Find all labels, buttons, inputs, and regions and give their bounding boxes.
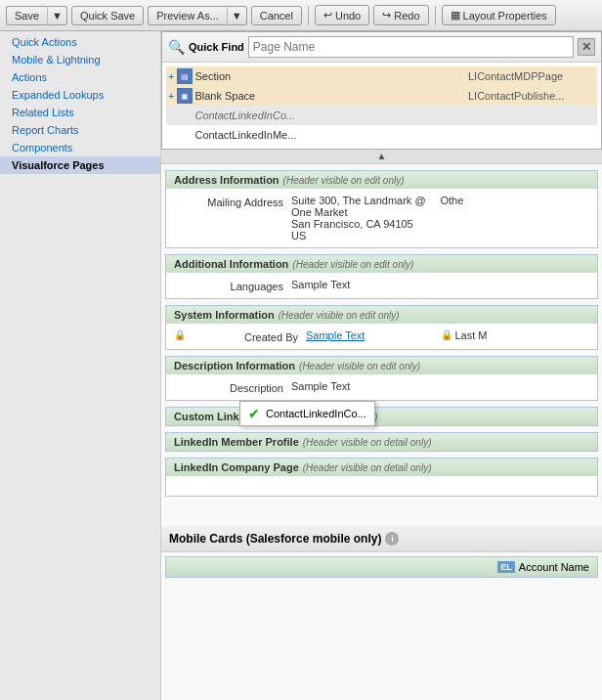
section-linkedin-member: LinkedIn Member Profile (Header visible … (165, 432, 598, 452)
sidebar-item-visualforce-pages[interactable]: Visualforce Pages (0, 156, 160, 174)
layout-properties-button[interactable]: ▦ Layout Properties (442, 5, 556, 25)
section-header-linkedin-member: LinkedIn Member Profile (Header visible … (166, 433, 597, 451)
quick-find-input[interactable] (248, 36, 574, 58)
quick-find-results: + ▤ Section LIContactMDPPage + ▣ Blank S… (162, 63, 601, 149)
field-value-created-by: Sample Text (306, 329, 441, 343)
content-area: 🔍 Quick Find ✕ + ▤ Section LIContactMDPP… (161, 31, 602, 700)
bottom-section: EL Account Name (165, 556, 598, 578)
section-address-information: Address Information (Header visible on e… (165, 170, 598, 248)
sidebar-item-actions[interactable]: Actions (0, 68, 160, 86)
account-name-text: Account Name (519, 561, 589, 573)
sidebar-item-expanded-lookups[interactable]: Expanded Lookups (0, 86, 160, 104)
result-row-blank-space[interactable]: + ▣ Blank Space LIContactPublishe... (166, 86, 597, 106)
section-title-system: System Information (174, 309, 275, 321)
section-title-linkedin-company: LinkedIn Company Page (174, 461, 299, 473)
field-value-languages: Sample Text (291, 279, 589, 292)
linkedin-company-body (166, 476, 597, 496)
sidebar-item-components[interactable]: Components (0, 139, 160, 156)
section-header-address: Address Information (Header visible on e… (166, 171, 597, 189)
section-description-information: Description Information (Header visible … (165, 356, 598, 401)
field-row-created-by: 🔒 Created By Sample Text 🔒 Last M (174, 329, 589, 343)
sidebar-item-related-lists[interactable]: Related Lists (0, 104, 160, 121)
separator (308, 6, 309, 25)
save-button-group: Save ▼ (6, 6, 67, 25)
section-title-additional: Additional Information (174, 258, 288, 270)
save-button[interactable]: Save (6, 6, 47, 25)
field-value-other: Othe (441, 195, 590, 241)
quick-find-label: Quick Find (189, 41, 244, 53)
field-row-mailing: Mailing Address Suite 300, The Landmark … (174, 195, 589, 241)
result-name-blank-space: Blank Space (194, 90, 466, 102)
sidebar: Quick Actions Mobile & Lightning Actions… (0, 31, 161, 700)
section-body-description: Description Sample Text (166, 374, 597, 400)
redo-button[interactable]: ↪ Redo (373, 5, 428, 25)
lock-icon-created: 🔒 (174, 329, 186, 343)
result-row-contact2[interactable]: + ▤ ContactLinkedInMe... (166, 125, 597, 145)
close-button[interactable]: ✕ (578, 38, 595, 56)
separator2 (435, 6, 436, 25)
section-header-additional: Additional Information (Header visible o… (166, 255, 597, 273)
main-layout: Quick Actions Mobile & Lightning Actions… (0, 31, 602, 700)
section-note-linkedin-member: (Header visible on detail only) (303, 437, 432, 448)
section-note-linkedin-company: (Header visible on detail only) (303, 462, 432, 473)
section-body-address: Mailing Address Suite 300, The Landmark … (166, 189, 597, 247)
result-name-contact1: ContactLinkedInCo... (194, 109, 466, 121)
cancel-button[interactable]: Cancel (251, 6, 302, 25)
result-row-contact1[interactable]: + ▤ ContactLinkedInCo... (166, 106, 597, 125)
section-body-additional: Languages Sample Text (166, 273, 597, 298)
magnifier-icon: 🔍 (168, 39, 185, 55)
result-row-section[interactable]: + ▤ Section LIContactMDPPage (166, 66, 597, 86)
section-title-custom-links: Custom Links (174, 411, 245, 422)
result-value-blank-space: LIContactPublishe... (468, 90, 595, 102)
quick-find-header: 🔍 Quick Find ✕ (162, 32, 601, 63)
mobile-cards-title: Mobile Cards (Salesforce mobile only) (169, 532, 381, 546)
result-name-contact2: ContactLinkedInMe... (194, 129, 466, 141)
preview-dropdown-arrow[interactable]: ▼ (227, 6, 247, 25)
sidebar-item-report-charts[interactable]: Report Charts (0, 121, 160, 139)
save-dropdown-arrow[interactable]: ▼ (47, 6, 67, 25)
section-note-additional: (Header visible on edit only) (292, 259, 413, 270)
undo-icon: ↩ (323, 9, 332, 22)
field-value-mailing: Suite 300, The Landmark @ One MarketSan … (291, 195, 441, 241)
section-note-description: (Header visible on edit only) (299, 361, 420, 372)
field-value-last-modified: Last M (455, 329, 590, 343)
redo-icon: ↪ (382, 9, 391, 22)
check-icon: ✔ (248, 406, 260, 421)
tooltip-text: ContactLinkedInCo... (266, 408, 366, 419)
scroll-arrow-icon: ▲ (377, 151, 387, 161)
mobile-cards-header: Mobile Cards (Salesforce mobile only) i (161, 526, 602, 552)
sidebar-top: Quick Actions Mobile & Lightning Actions… (0, 31, 160, 176)
quick-find-panel: 🔍 Quick Find ✕ + ▤ Section LIContactMDPP… (161, 31, 602, 150)
field-value-description: Sample Text (291, 380, 589, 394)
tooltip-contact: ✔ ContactLinkedInCo... (239, 401, 375, 426)
preview-button-group: Preview As... ▼ (148, 6, 246, 25)
toolbar: Save ▼ Quick Save Preview As... ▼ Cancel… (0, 0, 602, 31)
section-custom-links: Custom Links (Header visible on detail o… (165, 407, 598, 426)
plus-icon-section[interactable]: + (168, 70, 174, 82)
field-label-description: Description (174, 380, 291, 394)
section-title-linkedin-member: LinkedIn Member Profile (174, 436, 299, 448)
preview-button[interactable]: Preview As... (148, 6, 227, 25)
section-body-system: 🔒 Created By Sample Text 🔒 Last M (166, 324, 597, 349)
section-header-linkedin-company: LinkedIn Company Page (Header visible on… (166, 459, 597, 476)
field-label-created-by: Created By (189, 329, 306, 343)
section-header-custom-links: Custom Links (Header visible on detail o… (166, 408, 597, 425)
field-row-languages: Languages Sample Text (174, 279, 589, 292)
scroll-indicator[interactable]: ▲ (161, 149, 602, 164)
sidebar-item-mobile-lightning[interactable]: Mobile & Lightning (0, 51, 160, 68)
lock-icon-last: 🔒 (441, 329, 452, 343)
section-header-description: Description Information (Header visible … (166, 357, 597, 374)
undo-button[interactable]: ↩ Undo (315, 5, 369, 25)
sidebar-item-quick-actions[interactable]: Quick Actions (0, 33, 160, 51)
plus-icon-blank[interactable]: + (168, 90, 174, 102)
info-icon[interactable]: i (385, 532, 399, 546)
section-additional-information: Additional Information (Header visible o… (165, 254, 598, 299)
result-name-section: Section (194, 70, 466, 82)
layout-icon: ▦ (451, 9, 460, 22)
section-icon: ▤ (177, 68, 193, 84)
el-badge: EL (497, 561, 515, 573)
quick-save-button[interactable]: Quick Save (71, 6, 144, 25)
section-system-information: System Information (Header visible on ed… (165, 305, 598, 350)
section-header-system: System Information (Header visible on ed… (166, 306, 597, 324)
created-by-link[interactable]: Sample Text (306, 329, 365, 341)
